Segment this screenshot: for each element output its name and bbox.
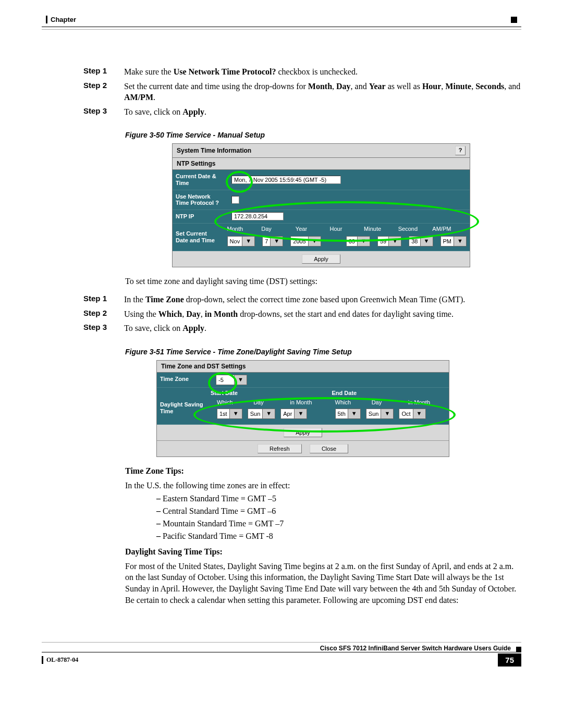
start-day-select[interactable]: Sun▼ bbox=[248, 409, 276, 419]
end-month-select[interactable]: Oct▼ bbox=[399, 409, 425, 419]
step-2: Step 2 Set the current date and time usi… bbox=[42, 81, 521, 103]
figure-50-caption: Figure 3-50 Time Service - Manual Setup bbox=[125, 131, 521, 139]
current-date-input[interactable]: Mon, 7 Nov 2005 15:59:45 (GMT -5) bbox=[231, 176, 341, 184]
step-text: To save, click on Apply. bbox=[124, 106, 521, 118]
col-hour: Hour bbox=[329, 226, 364, 232]
chevron-down-icon: ▼ bbox=[270, 237, 283, 246]
ntp-ip-label: NTP IP bbox=[173, 210, 228, 223]
use-ntp-checkbox[interactable] bbox=[231, 196, 239, 204]
doc-title: Cisco SFS 7012 InfiniBand Server Switch … bbox=[42, 644, 514, 652]
set-datetime-label: Set Current Date and Time bbox=[173, 224, 224, 251]
second-select[interactable]: 38▼ bbox=[409, 236, 433, 246]
day-select[interactable]: 7▼ bbox=[262, 236, 283, 246]
chevron-down-icon: ▼ bbox=[234, 375, 247, 385]
step-label: Step 3 bbox=[83, 323, 115, 334]
chevron-down-icon: ▼ bbox=[454, 237, 466, 246]
col-month: Month bbox=[227, 226, 262, 232]
tz-tips-title: Time Zone Tips: bbox=[125, 465, 521, 477]
panel-title: System Time Information bbox=[177, 147, 251, 154]
header-marker bbox=[511, 17, 517, 23]
col-day: Day bbox=[261, 226, 296, 232]
apply-button[interactable]: Apply bbox=[284, 428, 322, 437]
start-which-select[interactable]: 1st▼ bbox=[217, 409, 242, 419]
list-item: Pacific Standard Time = GMT -8 bbox=[156, 532, 521, 541]
step-label: Step 1 bbox=[83, 294, 115, 305]
chevron-down-icon: ▼ bbox=[242, 237, 254, 246]
chevron-down-icon: ▼ bbox=[357, 237, 370, 246]
col-minute: Minute bbox=[364, 226, 398, 232]
end-day-select[interactable]: Sun▼ bbox=[366, 409, 394, 419]
hour-select[interactable]: 03▼ bbox=[346, 236, 370, 246]
refresh-button[interactable]: Refresh bbox=[258, 444, 302, 453]
col-ampm: AM/PM bbox=[432, 226, 467, 232]
header-rule bbox=[42, 29, 521, 30]
step-3: Step 3 To save, click on Apply. bbox=[42, 106, 521, 118]
dst-intro: To set time zone and daylight saving tim… bbox=[125, 276, 521, 287]
tz-list: Eastern Standard Time = GMT –5 Central S… bbox=[156, 494, 521, 541]
step-text: Set the current date and time using the … bbox=[124, 81, 521, 103]
help-button[interactable]: ? bbox=[455, 146, 466, 155]
page-number: 75 bbox=[498, 653, 521, 667]
list-item: Mountain Standard Time = GMT –7 bbox=[156, 519, 521, 528]
close-button[interactable]: Close bbox=[310, 444, 348, 453]
month-select[interactable]: Nov▼ bbox=[227, 236, 255, 246]
dst-label: Daylight Saving Time bbox=[157, 398, 213, 424]
start-date-label: Start Date bbox=[206, 388, 328, 398]
tz-dst-title: Time Zone and DST Settings bbox=[157, 361, 449, 373]
list-item: Eastern Standard Time = GMT –5 bbox=[156, 494, 521, 503]
use-ntp-label: Use Network Time Protocol ? bbox=[173, 190, 228, 209]
ntp-ip-input[interactable]: 172.28.0.254 bbox=[231, 212, 284, 220]
chevron-down-icon: ▼ bbox=[381, 409, 393, 418]
step-2b: Step 2 Using the Which, Day, in Month dr… bbox=[42, 309, 521, 320]
chevron-down-icon: ▼ bbox=[262, 409, 275, 418]
chevron-down-icon: ▼ bbox=[420, 237, 433, 246]
timezone-select[interactable]: -5▼ bbox=[216, 375, 247, 385]
col-year: Year bbox=[296, 226, 330, 232]
ampm-select[interactable]: PM▼ bbox=[440, 236, 467, 246]
step-1b: Step 1 In the Time Zone drop-down, selec… bbox=[42, 294, 521, 305]
current-date-label: Current Date & Time bbox=[173, 170, 228, 189]
chevron-down-icon: ▼ bbox=[348, 409, 360, 418]
minute-select[interactable]: 59▼ bbox=[377, 236, 401, 246]
apply-button[interactable]: Apply bbox=[302, 254, 340, 264]
start-month-select[interactable]: Apr▼ bbox=[280, 409, 307, 419]
dst-tips-body: For most of the United States, Daylight … bbox=[125, 561, 521, 606]
step-1: Step 1 Make sure the Use Network Time Pr… bbox=[42, 66, 521, 78]
step-label: Step 2 bbox=[83, 309, 115, 320]
chevron-down-icon: ▼ bbox=[388, 237, 401, 246]
step-label: Step 1 bbox=[83, 66, 115, 78]
tz-dst-panel: Time Zone and DST Settings Time Zone -5▼… bbox=[156, 360, 449, 457]
step-3b: Step 3 To save, click on Apply. bbox=[42, 323, 521, 334]
step-label: Step 3 bbox=[83, 106, 115, 118]
year-select[interactable]: 2005▼ bbox=[290, 236, 321, 246]
chevron-down-icon: ▼ bbox=[413, 409, 425, 418]
page-footer: Cisco SFS 7012 InfiniBand Server Switch … bbox=[42, 642, 521, 667]
footer-marker bbox=[516, 647, 521, 652]
end-which-select[interactable]: 5th▼ bbox=[335, 409, 361, 419]
list-item: Central Standard Time = GMT –6 bbox=[156, 507, 521, 516]
chevron-down-icon: ▼ bbox=[294, 409, 307, 418]
end-date-label: End Date bbox=[328, 388, 449, 398]
dst-tips-title: Daylight Saving Time Tips: bbox=[125, 546, 521, 558]
figure-51-caption: Figure 3-51 Time Service - Time Zone/Day… bbox=[125, 348, 521, 356]
chevron-down-icon: ▼ bbox=[229, 409, 242, 418]
tz-tips-intro: In the U.S. the following time zones are… bbox=[125, 480, 521, 491]
doc-id: OL-8787-04 bbox=[42, 656, 78, 664]
time-service-panel: System Time Information ? NTP Settings C… bbox=[172, 143, 470, 267]
chevron-down-icon: ▼ bbox=[308, 237, 321, 246]
timezone-label: Time Zone bbox=[157, 373, 213, 387]
ntp-settings-title: NTP Settings bbox=[173, 158, 470, 170]
chapter-label: Chapter bbox=[46, 16, 76, 23]
step-label: Step 2 bbox=[83, 81, 115, 103]
step-text: Make sure the Use Network Time Protocol?… bbox=[124, 66, 521, 78]
col-second: Second bbox=[398, 226, 433, 232]
